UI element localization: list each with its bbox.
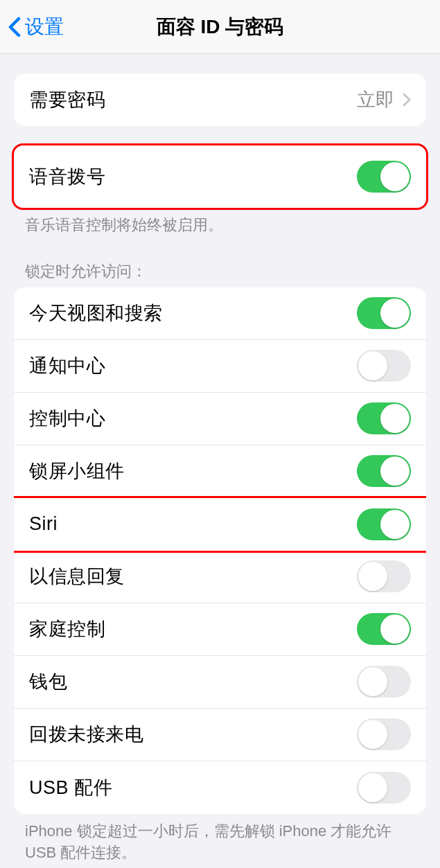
nav-bar: 设置 面容 ID 与密码	[0, 0, 440, 54]
lock-toggle-4[interactable]	[357, 508, 411, 540]
back-button[interactable]: 设置	[8, 14, 64, 40]
content: 需要密码 立即 语音拨号 音乐语音控制将始终被启用。 锁定时允许访问：	[0, 73, 440, 863]
toggle-knob	[358, 351, 387, 380]
lock-toggle-3[interactable]	[357, 455, 411, 487]
lock-row-label: 钱包	[29, 669, 67, 694]
lock-row-3: 锁屏小组件	[14, 445, 426, 498]
lock-row-4: Siri	[14, 498, 426, 551]
lock-row-6: 家庭控制	[14, 603, 426, 656]
lock-toggle-0[interactable]	[357, 297, 411, 329]
toggle-knob	[358, 720, 387, 749]
lock-row-1: 通知中心	[14, 340, 426, 393]
lock-row-label: Siri	[29, 513, 58, 535]
voice-dial-label: 语音拨号	[29, 164, 105, 189]
lock-row-label: 家庭控制	[29, 617, 105, 641]
require-passcode-value: 立即	[357, 87, 411, 112]
lock-row-label: 回拨未接来电	[29, 722, 143, 747]
lock-toggle-1[interactable]	[357, 350, 411, 382]
lock-access-header: 锁定时允许访问：	[0, 236, 440, 287]
usb-footer: iPhone 锁定超过一小时后，需先解锁 iPhone 才能允许 USB 配件连…	[0, 814, 440, 864]
toggle-knob	[380, 404, 410, 433]
highlight-voice-dial: 语音拨号	[12, 143, 428, 210]
lock-toggle-6[interactable]	[357, 613, 411, 645]
toggle-knob	[380, 162, 410, 191]
lock-row-8: 回拨未接来电	[14, 709, 426, 761]
lock-row-label: USB 配件	[29, 775, 112, 800]
lock-toggle-9[interactable]	[357, 772, 411, 804]
group-lock-access: 今天视图和搜索通知中心控制中心锁屏小组件Siri以信息回复家庭控制钱包回拨未接来…	[14, 287, 426, 814]
chevron-left-icon	[8, 17, 21, 37]
lock-row-label: 锁屏小组件	[29, 459, 125, 484]
lock-row-2: 控制中心	[14, 393, 426, 445]
toggle-knob	[358, 562, 387, 591]
lock-row-label: 以信息回复	[29, 564, 125, 589]
lock-row-label: 控制中心	[29, 406, 105, 431]
group-passcode: 需要密码 立即	[14, 73, 426, 126]
toggle-knob	[380, 614, 410, 644]
lock-row-label: 今天视图和搜索	[29, 301, 163, 326]
toggle-knob	[358, 667, 387, 696]
lock-toggle-5[interactable]	[357, 560, 411, 592]
chevron-right-icon	[403, 93, 411, 107]
require-passcode-label: 需要密码	[29, 87, 105, 112]
lock-row-5: 以信息回复	[14, 551, 426, 603]
highlight-siri: Siri	[14, 496, 426, 553]
lock-toggle-8[interactable]	[357, 718, 411, 750]
toggle-knob	[380, 299, 410, 328]
row-voice-dial: 语音拨号	[14, 145, 426, 208]
toggle-knob	[380, 510, 410, 539]
voice-dial-toggle[interactable]	[357, 161, 411, 193]
back-label: 设置	[25, 14, 64, 40]
lock-toggle-2[interactable]	[357, 402, 411, 434]
toggle-knob	[380, 457, 410, 486]
lock-toggle-7[interactable]	[357, 666, 411, 698]
lock-row-7: 钱包	[14, 656, 426, 709]
voice-dial-footer: 音乐语音控制将始终被启用。	[0, 208, 440, 236]
lock-row-0: 今天视图和搜索	[14, 287, 426, 340]
toggle-knob	[358, 773, 387, 802]
lock-row-label: 通知中心	[29, 353, 105, 378]
page-title: 面容 ID 与密码	[0, 14, 440, 40]
row-require-passcode[interactable]: 需要密码 立即	[14, 73, 426, 126]
lock-row-9: USB 配件	[14, 761, 426, 814]
